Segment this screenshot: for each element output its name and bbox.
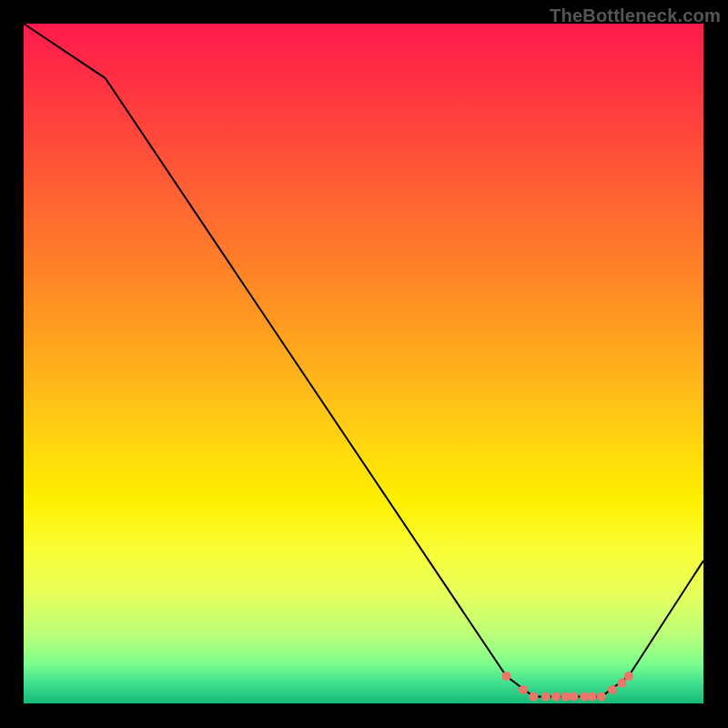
threshold-marker bbox=[561, 693, 570, 702]
chart-container: TheBottleneck.com bbox=[0, 0, 728, 728]
threshold-marker bbox=[624, 672, 633, 681]
watermark-text: TheBottleneck.com bbox=[550, 5, 721, 26]
threshold-marker bbox=[608, 685, 617, 694]
threshold-marker bbox=[551, 693, 561, 702]
chart-plot-bg bbox=[24, 24, 703, 703]
threshold-marker bbox=[597, 693, 606, 702]
threshold-marker bbox=[588, 693, 597, 702]
bottleneck-chart bbox=[0, 0, 728, 728]
threshold-marker bbox=[569, 693, 578, 702]
threshold-marker bbox=[501, 672, 511, 681]
threshold-marker bbox=[541, 693, 551, 702]
threshold-marker bbox=[617, 679, 626, 688]
threshold-marker bbox=[519, 685, 528, 694]
threshold-marker bbox=[529, 693, 538, 702]
